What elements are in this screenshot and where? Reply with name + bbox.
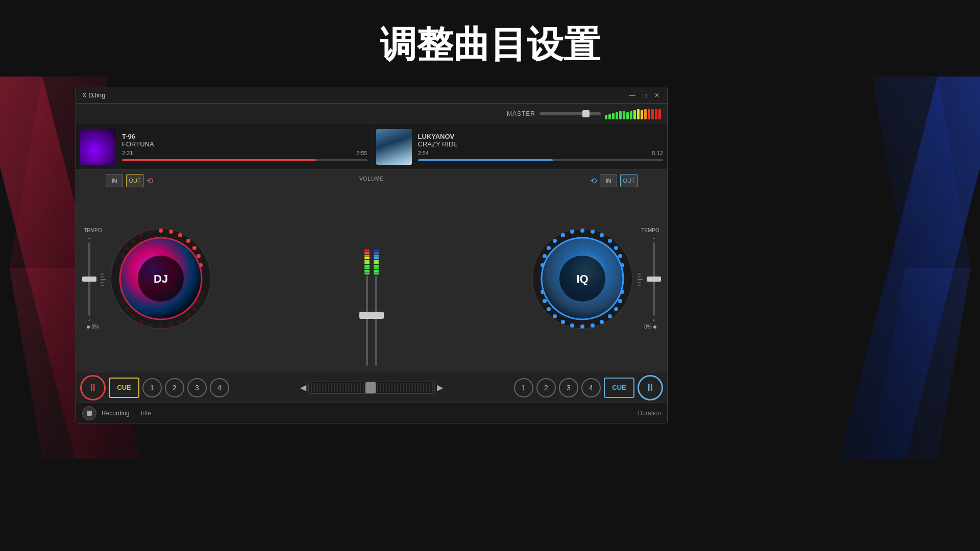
vu-bar	[605, 115, 607, 119]
tempo-control-right: TEMPO	[638, 228, 663, 330]
vu-bar	[651, 109, 654, 119]
crossfader-track[interactable]	[308, 382, 435, 394]
turntable-svg-left: DJ	[110, 228, 212, 330]
vu-bar	[648, 109, 650, 119]
deck-left-top-controls: IN OUT ⟲	[80, 174, 329, 187]
vu-bar	[655, 109, 657, 119]
svg-point-8	[169, 230, 173, 234]
tempo-track-left[interactable]	[88, 242, 90, 316]
vu-meter	[605, 108, 661, 119]
bg-x-right	[832, 77, 980, 459]
master-volume-slider[interactable]	[540, 112, 601, 115]
in-button-left[interactable]: IN	[106, 174, 123, 187]
track-progress-left[interactable]	[122, 159, 368, 161]
tempo-minus-right: -	[653, 235, 654, 241]
tracks-row: T-96 FORTUNA 2:21 2:55 LUKYANOV CRAZY RI…	[76, 124, 667, 170]
track-progress-right[interactable]	[418, 159, 664, 161]
tempo-label-right: TEMPO	[641, 228, 659, 233]
track-artist-right: LUKYANOV	[418, 133, 664, 140]
vu-bar	[644, 109, 647, 119]
svg-text:IQ: IQ	[576, 272, 588, 285]
hotcue-1-right[interactable]: 1	[514, 378, 533, 397]
vu-bar	[623, 111, 625, 119]
track-progress-fill-right	[418, 159, 553, 161]
svg-point-50	[600, 320, 604, 324]
title-overlay: 调整曲目设置	[0, 20, 980, 69]
hotcue-2-left[interactable]: 2	[165, 378, 184, 397]
hotcue-3-left[interactable]: 3	[187, 378, 207, 397]
deck-right-top-controls: ⟲ IN OUT	[414, 174, 663, 187]
hotcue-3-right[interactable]: 3	[559, 378, 578, 397]
recording-bar: Recording Title Duration	[76, 403, 667, 423]
svg-marker-5	[872, 268, 971, 459]
crossfader-thumb	[365, 382, 376, 393]
volume-label: VOLUME	[359, 176, 384, 182]
app-window: X DJing — □ ✕ MASTER	[76, 87, 668, 423]
fader-thumb-right	[369, 312, 384, 319]
vu-bar	[616, 112, 618, 119]
hotcue-4-right[interactable]: 4	[581, 378, 601, 397]
crossfader-arrow-right[interactable]: ▶	[437, 383, 443, 392]
track-times-right: 2:54 5:12	[418, 150, 664, 156]
master-bar: MASTER	[76, 104, 667, 124]
maximize-button[interactable]: □	[641, 91, 649, 99]
fader-col-left	[364, 184, 370, 366]
out-button-right[interactable]: OUT	[620, 174, 638, 187]
minimize-button[interactable]: —	[628, 91, 636, 99]
svg-point-31	[139, 233, 143, 237]
hotcue-1-left[interactable]: 1	[142, 378, 162, 397]
svg-point-63	[553, 239, 557, 243]
master-label: MASTER	[507, 110, 535, 117]
loop-icon-left: ⟲	[146, 176, 153, 186]
deck-left-bottom: ⏸ CUE 1 2 3 4	[80, 375, 297, 400]
track-right: LUKYANOV CRAZY RIDE 2:54 5:12	[372, 124, 668, 169]
svg-point-51	[591, 323, 595, 328]
tempo-plus-right: +	[652, 317, 655, 323]
track-info-right: LUKYANOV CRAZY RIDE 2:54 5:12	[418, 133, 664, 161]
svg-point-10	[186, 239, 190, 243]
svg-point-62	[547, 246, 551, 250]
turntable-right[interactable]: IQ	[531, 228, 633, 330]
close-button[interactable]: ✕	[653, 91, 661, 99]
track-current-left: 2:21	[122, 150, 133, 156]
svg-point-20	[159, 324, 163, 329]
svg-point-65	[570, 230, 574, 234]
vu-bar	[630, 111, 632, 119]
crossfader-arrow-left[interactable]: ◀	[300, 383, 306, 392]
in-button-right[interactable]: IN	[600, 174, 617, 187]
center-mixer: VOLUME	[331, 174, 412, 368]
tempo-pct-left: 0%	[87, 324, 99, 330]
recording-icon[interactable]	[82, 406, 96, 420]
out-button-left[interactable]: OUT	[126, 174, 143, 187]
play-pause-button-right[interactable]: ⏸	[638, 375, 663, 400]
svg-point-9	[178, 233, 182, 237]
channel-fader-right[interactable]	[375, 276, 377, 366]
deck-right: ⟲ IN OUT	[414, 174, 663, 368]
turntable-left[interactable]: DJ	[110, 228, 212, 330]
svg-point-38	[580, 229, 584, 233]
svg-text:DJ: DJ	[154, 272, 168, 285]
channel-fader-left[interactable]	[366, 276, 368, 366]
svg-point-47	[618, 299, 622, 303]
play-pause-button-left[interactable]: ⏸	[80, 375, 106, 400]
track-title-left: FORTUNA	[122, 140, 368, 148]
hotcue-2-right[interactable]: 2	[536, 378, 556, 397]
crossfader-area: ⏸ CUE 1 2 3 4 ◀ ▶ 1 2 3 4 CUE ⏸	[76, 372, 667, 403]
tempo-track-right[interactable]	[653, 242, 655, 316]
cue-button-left[interactable]: CUE	[109, 378, 139, 398]
svg-point-30	[131, 239, 135, 243]
svg-point-55	[553, 314, 557, 318]
svg-marker-3	[839, 77, 980, 459]
tempo-label-left: TEMPO	[84, 228, 102, 233]
svg-point-24	[125, 307, 129, 311]
tempo-thumb-right	[647, 277, 661, 282]
recording-label: Recording	[102, 410, 130, 417]
hotcue-4-left[interactable]: 4	[210, 378, 229, 397]
svg-point-21	[149, 323, 153, 328]
window-title: X DJing	[82, 91, 106, 99]
svg-point-54	[561, 320, 565, 324]
svg-point-16	[192, 307, 197, 311]
cue-button-right[interactable]: CUE	[604, 378, 634, 398]
controls-area: IN OUT ⟲ TEMPO - +	[76, 170, 667, 372]
turntable-row-right: IQ TEMPO	[414, 189, 663, 368]
